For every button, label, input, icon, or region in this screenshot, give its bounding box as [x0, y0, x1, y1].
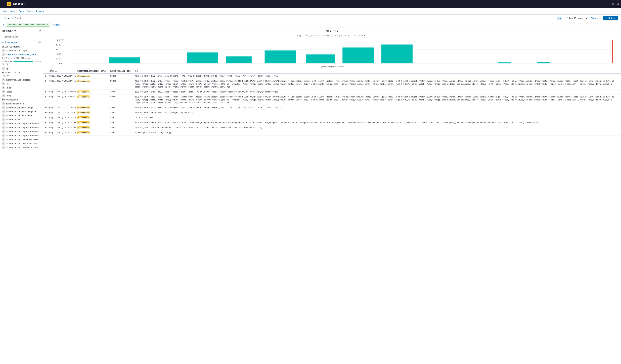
field-name: @timestamp — [6, 99, 18, 101]
bar-7 — [306, 54, 335, 63]
log-text: > order@1.0.0 build /usr/src/app — [135, 132, 172, 134]
show-dates-button[interactable]: Show dates — [591, 17, 602, 19]
svg-text:14:57:00: 14:57:00 — [152, 65, 170, 65]
chevron-down-icon: ▼ — [14, 29, 16, 32]
kql-badge[interactable]: KQL — [557, 17, 562, 20]
mail-icon[interactable]: ✉ — [617, 2, 619, 6]
expand-row-button[interactable]: ▶ — [45, 75, 47, 77]
field-name: kubernetes.labels.controller-revisio... — [6, 138, 41, 141]
field-name: kubernetes.labels.app_kubernetes_... — [6, 126, 42, 129]
selected-field-namespace[interactable]: t kubernetes.namespace_name — [0, 52, 43, 56]
filter-remove-icon[interactable]: × — [47, 24, 48, 26]
available-field-item[interactable]: #_score — [0, 90, 43, 94]
available-field-item[interactable]: tkubernetes.labels.app_kubernetes_... — [0, 130, 43, 134]
field-type-icon: date — [2, 98, 5, 101]
expand-row-button[interactable]: ▶ — [45, 95, 47, 98]
labels-app-value: order — [110, 121, 114, 124]
nav-inspect[interactable]: Inspect — [36, 10, 44, 13]
available-field-item[interactable]: tkubernetes.host — [0, 118, 43, 121]
col-time-header[interactable]: Time ▲ — [47, 69, 75, 73]
auto-select[interactable]: Auto ▼ — [357, 34, 367, 37]
expand-row-button[interactable]: ▶ — [45, 106, 47, 109]
top5-bar-wrap — [14, 61, 33, 62]
filter-by-type-button[interactable]: ⛭ Filter by type 0 — [0, 40, 43, 45]
available-field-item[interactable]: tkubernetes.labels.app_kubernetes_... — [0, 121, 43, 125]
available-field-item[interactable]: tdocker.container_id — [0, 102, 43, 106]
namespace-tag: i-commerce — [77, 116, 90, 119]
expand-row-button[interactable]: ▶ — [45, 121, 47, 124]
col-namespace-header[interactable]: kubernetes.namespace_name — [75, 69, 108, 73]
available-field-item[interactable]: tkubernetes.container_name — [0, 114, 43, 118]
col-log-header[interactable]: log — [133, 69, 621, 73]
svg-text:40: 40 — [56, 53, 62, 55]
nav-share[interactable]: Share — [27, 10, 33, 13]
available-field-item[interactable]: tkubernetes.container_image_id — [0, 110, 43, 114]
search-type-icon: 📄 — [4, 17, 7, 19]
expand-row-button[interactable]: ▶ — [45, 80, 47, 82]
namespace-tag: i-commerce — [77, 126, 90, 129]
top5-value-label: i-commerce — [2, 60, 13, 62]
available-field-item[interactable]: tkubernetes.container_image — [0, 106, 43, 110]
col-labels-header[interactable]: kubernetes.labels.app — [108, 69, 133, 73]
svg-text:15:06:00: 15:06:00 — [498, 65, 517, 65]
available-field-item[interactable]: tkubernetes.labels.helm_sh/chart — [0, 141, 43, 145]
expand-row-button[interactable]: ▶ — [45, 90, 47, 93]
available-field-item[interactable]: tkubernetes.labels.linkerd_io/contro... — [0, 145, 43, 149]
sidebar: logstash-* ▼ ⚙ ⛭ Filter by type 0 Select… — [0, 28, 43, 364]
table-row: ▶ Aug 21, 2020 @ 15:01:16.352 i-commerce… — [43, 125, 621, 130]
add-filter-button[interactable]: + Add filter — [51, 24, 61, 26]
nav-new[interactable]: New — [3, 10, 7, 13]
namespace-tag: i-commerce — [77, 106, 90, 109]
available-field-item[interactable]: t_index — [0, 86, 43, 90]
search-input[interactable] — [15, 17, 553, 19]
log-text: 2020-08-21T08:07:27.670Z:info: PUSHING..… — [135, 75, 281, 77]
labels-app-value: order — [110, 116, 114, 119]
available-field-item[interactable]: tkubernetes.labels.app_kubernetes_... — [0, 134, 43, 138]
available-field-item[interactable]: t_type — [0, 94, 43, 98]
field-name: _score — [6, 90, 12, 93]
row-time: Aug 21, 2020 @ 15:07:27.671 — [49, 75, 76, 77]
field-type-icon: t — [2, 102, 5, 105]
em-dash: — — [354, 34, 356, 37]
available-field-item[interactable]: date@timestamp — [0, 98, 43, 102]
selected-field-labels-app[interactable]: t kubernetes.labels.app — [0, 49, 43, 52]
field-name: kubernetes.host — [6, 118, 21, 121]
log-field-item[interactable]: t log — [0, 67, 43, 70]
filter-tag[interactable]: kubernetes.namespace_name: i-commerce × — [6, 23, 50, 27]
expand-row-button[interactable]: ▶ — [45, 131, 47, 134]
available-field-item[interactable]: tkubernetes.labels.project — [0, 78, 43, 82]
nav-open[interactable]: Open — [18, 10, 24, 13]
namespace-tag: i-commerce — [77, 75, 90, 77]
svg-text:15:05:00: 15:05:00 — [461, 65, 479, 65]
svg-text:15:07:00: 15:07:00 — [537, 65, 555, 65]
settings-icon[interactable]: ⚙ — [612, 2, 615, 6]
selected-fields-label: Selected fields — [0, 45, 43, 49]
field-name: kubernetes.labels.helm_sh/chart — [6, 142, 37, 145]
hamburger-icon[interactable]: ☰ — [2, 2, 5, 6]
nav-save[interactable]: Save — [10, 10, 15, 13]
svg-text:15:03:00: 15:03:00 — [383, 65, 401, 65]
time-picker[interactable]: 🕐 Last 15 minutes ▼ — [564, 16, 589, 20]
log-text: 2020-08-21T08:06:24.618Z:info: PUSHING..… — [135, 106, 281, 109]
search-fields-input[interactable] — [2, 35, 41, 39]
available-field-item[interactable]: tkubernetes.labels.app_kubernetes_... — [0, 125, 43, 130]
search-type-button[interactable]: 📄 ▼ — [3, 16, 11, 20]
bar-12 — [498, 62, 511, 63]
top-bar-right: ⚙ ✉ — [612, 2, 619, 6]
available-field-item[interactable]: t_id — [0, 82, 43, 86]
expand-row-button[interactable]: ▶ — [45, 116, 47, 119]
top5-zoom-in-icon[interactable]: 🔍+ — [2, 63, 5, 65]
expand-row-button[interactable]: ▶ — [45, 126, 47, 129]
labels-app-value: product — [110, 80, 116, 82]
top5-value-item: i-commerce 100.0% — [2, 60, 41, 62]
sidebar-gear-icon[interactable]: ⚙ — [39, 29, 41, 32]
table-row: ▶ Aug 21, 2020 @ 15:01:10.224 i-commerce… — [43, 130, 621, 135]
bar-9 — [381, 45, 413, 63]
expand-row-button[interactable]: ▶ — [45, 111, 47, 114]
refresh-button[interactable]: ↻ Refresh — [603, 16, 618, 20]
field-name: kubernetes.namespace_name — [6, 53, 36, 56]
namespace-tag: i-commerce — [77, 131, 90, 134]
available-field-item[interactable]: tkubernetes.labels.controller-revisio... — [0, 138, 43, 141]
top5-zoom-out-icon[interactable]: 🔍- — [6, 63, 9, 65]
index-pattern[interactable]: logstash-* ▼ — [2, 29, 16, 32]
